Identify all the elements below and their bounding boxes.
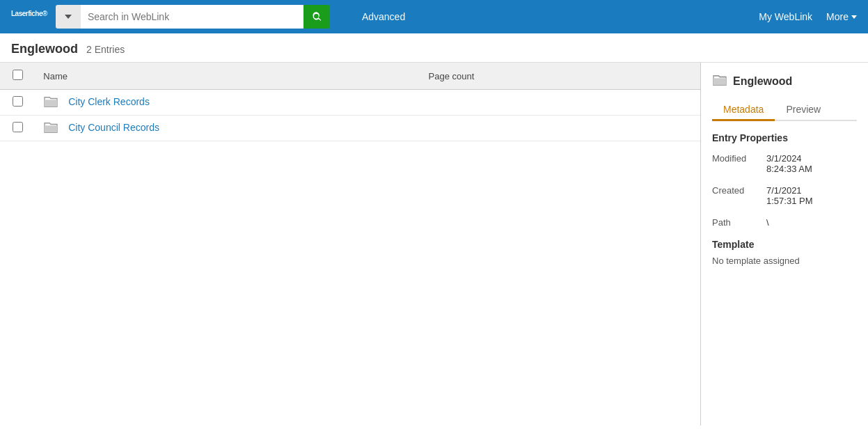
row-checkbox-cell [0, 90, 35, 116]
panel-tabs: Metadata Preview [712, 100, 857, 121]
logo-text: Laserfiche [11, 10, 42, 17]
tab-preview[interactable]: Preview [775, 100, 832, 121]
table-area: Name Page count City [0, 63, 701, 425]
modified-label: Modified [712, 153, 761, 174]
search-icon [311, 11, 322, 22]
template-title: Template [712, 239, 857, 250]
table-header-row: Name Page count [0, 63, 700, 90]
row-checkbox-cell [0, 116, 35, 141]
row-name-cell: City Clerk Records [35, 90, 420, 116]
row-checkbox-0[interactable] [13, 96, 23, 107]
more-label: More [826, 11, 849, 22]
page-title: Englewood [11, 42, 78, 56]
modified-value: 3/1/20248:24:33 AM [766, 153, 812, 174]
panel-folder-icon [712, 74, 727, 88]
name-column-header: Name [35, 63, 420, 90]
path-value: \ [766, 217, 769, 228]
main-layout: Name Page count City [0, 63, 868, 425]
created-value: 7/1/20211:57:31 PM [766, 185, 813, 206]
file-link-0[interactable]: City Clerk Records [68, 96, 150, 107]
more-button[interactable]: More [826, 11, 857, 22]
title-bar: Englewood 2 Entries [0, 33, 868, 63]
file-link-1[interactable]: City Council Records [68, 122, 159, 133]
select-all-checkbox[interactable] [13, 70, 23, 80]
advanced-link[interactable]: Advanced [362, 11, 405, 22]
right-panel: Englewood Metadata Preview Entry Propert… [701, 63, 868, 425]
chevron-down-white-icon [851, 15, 857, 19]
header: Laserfiche® Advanced My WebLink More [0, 0, 868, 33]
name-col-label: Name [43, 71, 68, 81]
page-count-col-label: Page count [429, 71, 475, 81]
entry-properties-title: Entry Properties [712, 132, 857, 143]
path-prop-row: Path \ [712, 217, 857, 228]
created-prop-row: Created 7/1/20211:57:31 PM [712, 185, 857, 206]
entries-count: 2 Entries [86, 44, 125, 55]
search-input[interactable] [81, 5, 303, 29]
logo-trademark: ® [42, 10, 47, 17]
row-name-cell: City Council Records [35, 116, 420, 141]
row-page-count-cell [420, 116, 700, 141]
header-right: My WebLink More [759, 11, 857, 22]
page-count-column-header: Page count [420, 63, 700, 90]
created-label: Created [712, 185, 761, 206]
row-checkbox-1[interactable] [13, 122, 23, 132]
search-container [56, 5, 348, 29]
select-all-col [0, 63, 35, 90]
row-page-count-cell [420, 90, 700, 116]
panel-folder-header: Englewood [712, 74, 857, 88]
template-value: No template assigned [712, 256, 857, 266]
my-weblink-link[interactable]: My WebLink [759, 11, 812, 22]
file-table: Name Page count City [0, 63, 700, 141]
search-button[interactable] [303, 5, 330, 29]
table-body: City Clerk Records City Council Records [0, 90, 700, 141]
folder-icon [43, 95, 60, 109]
chevron-down-icon [65, 15, 72, 19]
modified-prop-row: Modified 3/1/20248:24:33 AM [712, 153, 857, 174]
folder-icon [43, 121, 60, 135]
path-label: Path [712, 217, 761, 228]
tab-metadata[interactable]: Metadata [712, 100, 775, 121]
table-row: City Council Records [0, 116, 700, 141]
logo: Laserfiche® [11, 8, 47, 26]
table-row: City Clerk Records [0, 90, 700, 116]
panel-title: Englewood [733, 75, 792, 88]
search-dropdown-button[interactable] [56, 5, 81, 29]
